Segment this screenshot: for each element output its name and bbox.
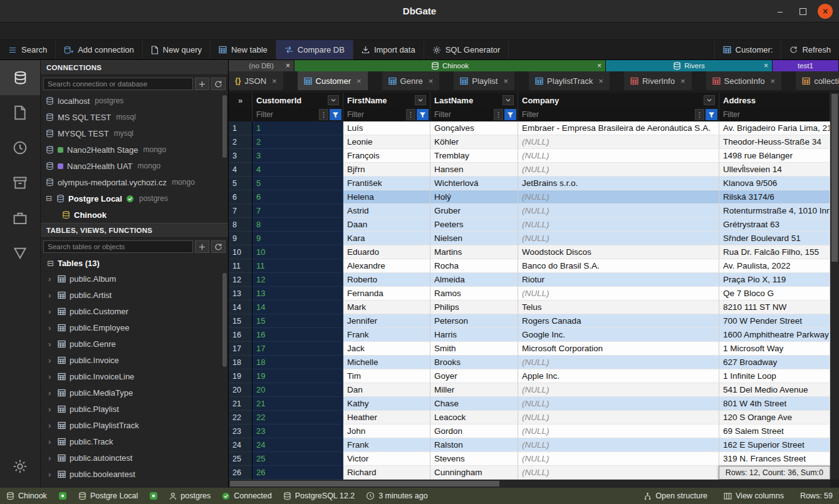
tables-search-input[interactable] xyxy=(43,240,193,253)
company-cell[interactable]: (NULL) xyxy=(518,204,719,218)
row-number-cell[interactable]: 9 xyxy=(229,232,253,245)
customerid-cell[interactable]: 22 xyxy=(253,411,343,424)
statusbar-action[interactable]: View columns xyxy=(724,491,784,500)
customerid-cell[interactable]: 17 xyxy=(253,342,343,356)
row-number-cell[interactable]: 17 xyxy=(229,342,253,356)
FirstName[interactable]: FirstName xyxy=(343,93,430,108)
company-cell[interactable]: (NULL) xyxy=(518,163,719,177)
row-number-cell[interactable]: 19 xyxy=(229,369,253,383)
firstname-cell[interactable]: Bjřrn xyxy=(343,163,430,177)
row-number-cell[interactable]: 3 xyxy=(229,149,253,163)
toolbar-button[interactable]: Add connection xyxy=(56,40,143,59)
row-number-cell[interactable]: 25 xyxy=(229,452,253,466)
chevron-right-icon[interactable]: › xyxy=(48,470,54,479)
row-number-cell[interactable]: 20 xyxy=(229,383,253,397)
toolbar-button[interactable]: Compare DB xyxy=(276,40,353,59)
company-cell[interactable]: Google Inc. xyxy=(518,328,719,342)
row-number-cell[interactable]: 21 xyxy=(229,397,253,411)
company-cell[interactable]: Telus xyxy=(518,301,719,314)
LastName[interactable]: LastName xyxy=(430,93,518,108)
firstname-cell[interactable]: Leonie xyxy=(343,135,430,149)
close-button[interactable]: × xyxy=(818,4,833,19)
row-number-cell[interactable]: 6 xyxy=(229,190,253,204)
add-table-plus-button[interactable] xyxy=(195,240,209,253)
chevron-right-icon[interactable]: › xyxy=(48,323,54,332)
company-cell[interactable]: JetBrains s.r.o. xyxy=(518,177,719,190)
close-icon[interactable]: × xyxy=(286,62,290,69)
firstname-cell[interactable]: Michelle xyxy=(343,356,430,369)
chevron-right-icon[interactable]: › xyxy=(48,307,54,316)
filter-input[interactable]: Filter xyxy=(723,110,828,119)
row-number-cell[interactable]: 14 xyxy=(229,301,253,314)
chevron-right-icon[interactable]: › xyxy=(48,274,54,284)
close-icon[interactable]: × xyxy=(680,76,685,86)
add-connection-plus-button[interactable] xyxy=(195,78,209,90)
horizontal-scrollbar-thumb[interactable] xyxy=(230,481,499,486)
CustomerId[interactable]: Filter ⋮ xyxy=(253,108,343,121)
customerid-cell[interactable]: 4 xyxy=(253,163,343,177)
Address[interactable]: Filter ⋮ xyxy=(719,108,830,121)
filter-input[interactable]: Filter xyxy=(347,110,405,119)
chevron-right-icon[interactable]: › xyxy=(48,372,54,381)
row-number-cell[interactable]: 7 xyxy=(229,204,253,218)
lastname-cell[interactable]: Harris xyxy=(430,328,518,342)
connection-item[interactable]: ⊟ Postgre Local postgres xyxy=(41,190,228,207)
file-tab[interactable]: Genre × xyxy=(382,71,440,90)
file-tab[interactable]: SectionInfo × xyxy=(706,71,782,90)
customerid-cell[interactable]: 3 xyxy=(253,149,343,163)
row-number-cell[interactable]: 10 xyxy=(229,245,253,259)
chevron-right-icon[interactable]: › xyxy=(48,404,54,414)
company-cell[interactable]: (NULL) xyxy=(518,411,719,424)
row-number-cell[interactable]: 2 xyxy=(229,135,253,149)
filter-input[interactable]: Filter xyxy=(522,110,694,119)
file-tab[interactable]: Playlist × xyxy=(454,71,514,90)
company-cell[interactable]: Embraer - Empresa Brasileira de Aeronáut… xyxy=(518,121,719,135)
lastname-cell[interactable]: Wichterlová xyxy=(430,177,518,190)
lastname-cell[interactable]: Hansen xyxy=(430,163,518,177)
filter-menu-icon[interactable]: ⋮ xyxy=(494,109,503,120)
connections-search-input[interactable] xyxy=(43,78,193,90)
firstname-cell[interactable]: Mark xyxy=(343,301,430,314)
firstname-cell[interactable]: François xyxy=(343,149,430,163)
table-tree-item[interactable]: › public.PlaylistTrack xyxy=(41,417,228,433)
company-cell[interactable]: Rogers Canada xyxy=(518,314,719,328)
chevron-right-icon[interactable]: › xyxy=(48,339,54,349)
address-cell[interactable]: 319 N. Frances Street xyxy=(719,452,830,466)
filter-menu-icon[interactable]: ⋮ xyxy=(406,109,415,120)
chevron-right-icon[interactable]: › xyxy=(48,421,54,430)
customerid-cell[interactable]: 23 xyxy=(253,424,343,438)
customerid-cell[interactable]: 26 xyxy=(253,466,343,480)
lastname-cell[interactable]: Stevens xyxy=(430,452,518,466)
sidebar-scrollbar-thumb[interactable] xyxy=(222,95,227,158)
customerid-cell[interactable]: 19 xyxy=(253,369,343,383)
dropdown-icon[interactable] xyxy=(503,95,514,105)
firstname-cell[interactable]: Dan xyxy=(343,383,430,397)
Company[interactable]: Filter ⋮ xyxy=(518,108,719,121)
funnel-icon[interactable] xyxy=(706,109,717,120)
toolbar-button[interactable]: Refresh xyxy=(781,40,839,59)
toolbar-button[interactable]: New table xyxy=(211,40,276,59)
close-icon[interactable]: × xyxy=(764,62,768,69)
lastname-cell[interactable]: Miller xyxy=(430,383,518,397)
row-number-cell[interactable]: 11 xyxy=(229,259,253,273)
customerid-cell[interactable]: 25 xyxy=(253,452,343,466)
refresh-connections-button[interactable] xyxy=(211,78,226,90)
firstname-cell[interactable]: Jack xyxy=(343,342,430,356)
chevron-right-icon[interactable]: › xyxy=(48,291,54,300)
address-cell[interactable]: Rotenturmstraße 4, 1010 Innere Stadt xyxy=(719,204,830,218)
address-cell[interactable]: 69 Salem Street xyxy=(719,424,830,438)
address-cell[interactable]: 1498 rue Bélanger xyxy=(719,149,830,163)
row-number-cell[interactable]: 8 xyxy=(229,218,253,232)
lastname-cell[interactable]: Philips xyxy=(430,301,518,314)
row-number-cell[interactable]: 23 xyxy=(229,424,253,438)
files-icon[interactable] xyxy=(0,95,40,130)
table-tree-item[interactable]: › public.Customer xyxy=(41,303,228,319)
close-icon[interactable]: × xyxy=(503,76,508,86)
customerid-cell[interactable]: 15 xyxy=(253,314,343,328)
minimize-button[interactable]: – xyxy=(773,4,788,19)
lastname-cell[interactable]: Köhler xyxy=(430,135,518,149)
maximize-button[interactable] xyxy=(795,4,810,19)
close-icon[interactable]: × xyxy=(771,76,776,86)
address-cell[interactable]: Rua Dr. Falcão Filho, 155 xyxy=(719,245,830,259)
address-cell[interactable]: Av. Paulista, 2022 xyxy=(719,259,830,273)
